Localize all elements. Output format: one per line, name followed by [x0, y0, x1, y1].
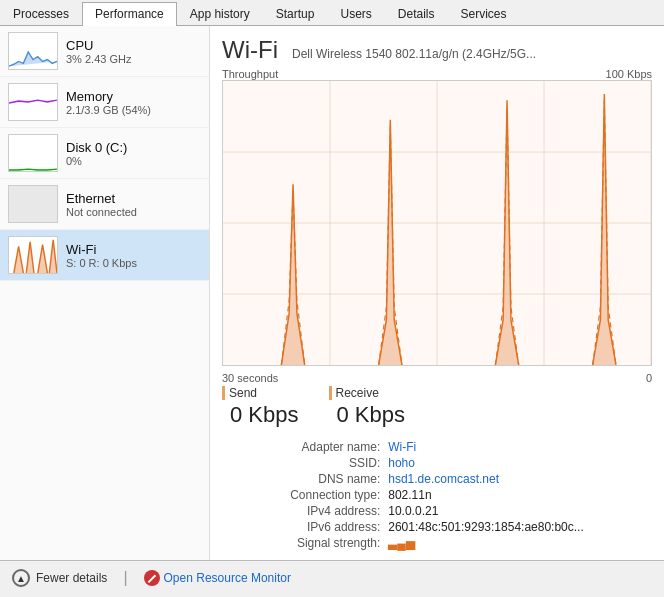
sidebar-item-wifi[interactable]: Wi-Fi S: 0 R: 0 Kbps: [0, 230, 209, 281]
ipv6-val: 2601:48c:501:9293:1854:ae80:b0c...: [388, 520, 652, 534]
panel-header: Wi-Fi Dell Wireless 1540 802.11a/g/n (2.…: [222, 36, 652, 64]
cpu-title: CPU: [66, 38, 131, 53]
disk-title: Disk 0 (C:): [66, 140, 127, 155]
tab-services[interactable]: Services: [448, 2, 520, 25]
chart-top-labels: Throughput 100 Kbps: [222, 68, 652, 80]
chart-label-30sec: 30 seconds: [222, 372, 278, 384]
cpu-subtitle: 3% 2.43 GHz: [66, 53, 131, 65]
signal-val: ▃▄▅: [388, 536, 652, 550]
disk-mini-graph: [8, 134, 58, 172]
tab-users[interactable]: Users: [327, 2, 384, 25]
right-panel: Wi-Fi Dell Wireless 1540 802.11a/g/n (2.…: [210, 26, 664, 560]
sidebar: CPU 3% 2.43 GHz Memory 2.1/3.9 GB (54%): [0, 26, 210, 560]
chart-container: [222, 80, 652, 366]
tab-performance[interactable]: Performance: [82, 2, 177, 26]
disk-subtitle: 0%: [66, 155, 127, 167]
memory-subtitle: 2.1/3.9 GB (54%): [66, 104, 151, 116]
receive-label: Receive: [329, 386, 406, 400]
open-monitor-btn[interactable]: Open Resource Monitor: [144, 570, 291, 586]
ipv6-key: IPv6 address:: [222, 520, 380, 534]
sidebar-item-ethernet[interactable]: Ethernet Not connected: [0, 179, 209, 230]
panel-subtitle: Dell Wireless 1540 802.11a/g/n (2.4GHz/5…: [292, 47, 536, 61]
info-table: Adapter name: Wi-Fi SSID: hoho DNS name:…: [222, 440, 652, 550]
chart-label-throughput: Throughput: [222, 68, 278, 80]
ipv4-val: 10.0.0.21: [388, 504, 652, 518]
ethernet-sidebar-text: Ethernet Not connected: [66, 191, 137, 218]
wifi-title: Wi-Fi: [66, 242, 137, 257]
cpu-sidebar-text: CPU 3% 2.43 GHz: [66, 38, 131, 65]
adapter-name-key: Adapter name:: [222, 440, 380, 454]
tab-details[interactable]: Details: [385, 2, 448, 25]
chart-label-100kbps: 100 Kbps: [606, 68, 652, 80]
tab-app-history[interactable]: App history: [177, 2, 263, 25]
separator: |: [123, 569, 127, 587]
tab-bar: Processes Performance App history Startu…: [0, 0, 664, 26]
connection-val: 802.11n: [388, 488, 652, 502]
ssid-key: SSID:: [222, 456, 380, 470]
ethernet-mini-graph: [8, 185, 58, 223]
cpu-mini-graph: [8, 32, 58, 70]
receive-value: 0 Kbps: [337, 402, 406, 428]
sidebar-item-cpu[interactable]: CPU 3% 2.43 GHz: [0, 26, 209, 77]
dns-key: DNS name:: [222, 472, 380, 486]
send-label: Send: [222, 386, 299, 400]
wifi-mini-graph: [8, 236, 58, 274]
sidebar-item-disk[interactable]: Disk 0 (C:) 0%: [0, 128, 209, 179]
sidebar-item-memory[interactable]: Memory 2.1/3.9 GB (54%): [0, 77, 209, 128]
panel-title: Wi-Fi: [222, 36, 278, 64]
no-entry-icon: [144, 570, 160, 586]
dns-val: hsd1.de.comcast.net: [388, 472, 652, 486]
wifi-subtitle: S: 0 R: 0 Kbps: [66, 257, 137, 269]
main-content: CPU 3% 2.43 GHz Memory 2.1/3.9 GB (54%): [0, 26, 664, 560]
disk-sidebar-text: Disk 0 (C:) 0%: [66, 140, 127, 167]
chart-bottom-labels: 30 seconds 0: [222, 372, 652, 384]
memory-sidebar-text: Memory 2.1/3.9 GB (54%): [66, 89, 151, 116]
chart-label-zero: 0: [646, 372, 652, 384]
adapter-name-val: Wi-Fi: [388, 440, 652, 454]
fewer-details-label: Fewer details: [36, 571, 107, 585]
ethernet-subtitle: Not connected: [66, 206, 137, 218]
tab-startup[interactable]: Startup: [263, 2, 328, 25]
open-monitor-label: Open Resource Monitor: [164, 571, 291, 585]
ipv4-key: IPv4 address:: [222, 504, 380, 518]
connection-key: Connection type:: [222, 488, 380, 502]
memory-mini-graph: [8, 83, 58, 121]
memory-title: Memory: [66, 89, 151, 104]
ethernet-title: Ethernet: [66, 191, 137, 206]
bottom-bar: ▲ Fewer details | Open Resource Monitor: [0, 560, 664, 595]
send-stat: Send 0 Kbps: [222, 386, 299, 434]
fewer-details-btn[interactable]: ▲ Fewer details: [12, 569, 107, 587]
signal-key: Signal strength:: [222, 536, 380, 550]
send-value: 0 Kbps: [230, 402, 299, 428]
ssid-val: hoho: [388, 456, 652, 470]
wifi-sidebar-text: Wi-Fi S: 0 R: 0 Kbps: [66, 242, 137, 269]
fewer-details-icon: ▲: [12, 569, 30, 587]
tab-processes[interactable]: Processes: [0, 2, 82, 25]
receive-stat: Receive 0 Kbps: [329, 386, 406, 434]
